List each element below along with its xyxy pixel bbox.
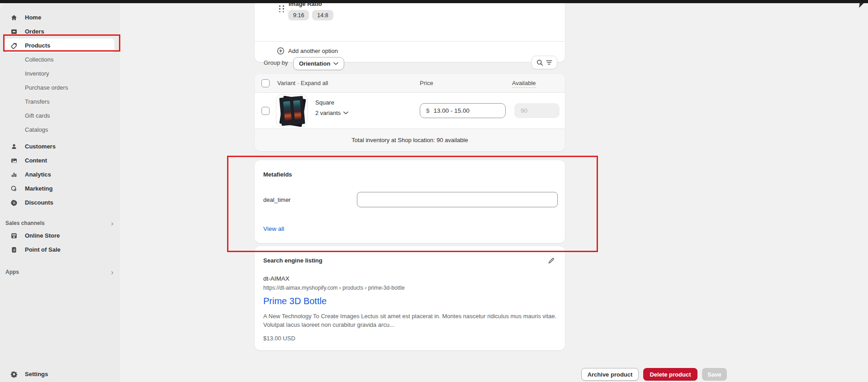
sidebar-item-customers[interactable]: Customers (5, 139, 114, 153)
chevron-right-icon[interactable]: › (111, 268, 114, 276)
orders-icon (10, 28, 18, 36)
sidebar-item-label: Point of Sale (25, 246, 61, 253)
metafield-value-input[interactable] (357, 192, 558, 207)
customers-icon (10, 143, 18, 151)
sidebar-item-marketing[interactable]: Marketing (5, 181, 114, 196)
variant-expand-toggle[interactable]: 2 variants (315, 110, 348, 116)
sidebar-item-label: Analytics (25, 171, 51, 178)
sidebar-item-label: Discounts (25, 199, 53, 206)
apps-label: Apps (5, 269, 19, 275)
variant-column-header[interactable]: Variant · Expand all (277, 80, 328, 86)
available-input[interactable]: 90 (514, 103, 560, 118)
variant-row: Square 2 variants $ 13.00 - 15.00 90 (255, 93, 565, 129)
price-input[interactable]: $ 13.00 - 15.00 (420, 103, 506, 118)
discounts-icon (10, 199, 18, 207)
seo-card-title: Search engine listing (263, 257, 323, 264)
analytics-icon (10, 171, 18, 179)
edit-seo-button[interactable] (545, 254, 558, 267)
inventory-summary: Total inventory at Shop location: 90 ava… (255, 129, 565, 151)
sidebar-item-label: Catalogs (25, 126, 48, 133)
sidebar-item-purchase-orders[interactable]: Purchase orders (5, 81, 114, 95)
option-value-chip[interactable]: 14:8 (312, 10, 333, 20)
group-by-label: Group by (264, 59, 288, 66)
variant-name: Square (315, 99, 334, 106)
plus-circle-icon (277, 47, 285, 55)
price-column-header: Price (420, 80, 433, 86)
metafields-card: Metafields deal_timer View all (255, 160, 565, 243)
seo-page-title: Prime 3D Bottle (263, 296, 327, 306)
tag-icon (10, 42, 18, 50)
variant-table-card: Variant · Expand all Price Available Squ… (255, 74, 565, 151)
sidebar-item-label: Products (25, 42, 50, 49)
option-value-chip[interactable]: 9:16 (288, 10, 309, 20)
sidebar-item-label: Purchase orders (25, 84, 68, 91)
sidebar-item-online-store[interactable]: Online Store (5, 229, 114, 243)
sidebar-item-label: Collections (25, 56, 54, 63)
sidebar-item-gift-cards[interactable]: Gift cards (5, 109, 114, 123)
sidebar-item-label: Orders (25, 28, 44, 35)
divider (255, 41, 565, 42)
search-icon (536, 59, 543, 66)
variant-checkbox[interactable] (261, 107, 270, 115)
chevron-down-icon (343, 111, 348, 115)
variant-toolbar: Group by Orientation (255, 56, 565, 71)
option-card: Image Ratio 9:16 14:8 Add another option (255, 0, 565, 62)
top-bar (0, 0, 868, 3)
chevron-right-icon[interactable]: › (111, 220, 114, 227)
sales-channels-header: Sales channels › (0, 218, 120, 229)
seo-card: Search engine listing dt-AIMAX https://d… (255, 246, 565, 350)
sidebar-item-label: Inventory (25, 70, 49, 77)
sidebar-item-collections[interactable]: Collections (5, 53, 114, 67)
select-all-checkbox[interactable] (261, 79, 270, 87)
pencil-icon (548, 257, 555, 264)
seo-site-name: dt-AIMAX (263, 275, 289, 282)
sales-channels-label: Sales channels (5, 220, 45, 226)
sidebar-item-label: Gift cards (25, 112, 50, 119)
sidebar-item-analytics[interactable]: Analytics (5, 167, 114, 181)
sidebar-item-point-of-sale[interactable]: $ Point of Sale (5, 243, 114, 257)
marketing-icon (10, 185, 18, 193)
pos-icon: $ (10, 246, 18, 254)
chevron-down-icon (333, 62, 338, 65)
storefront-icon (10, 232, 18, 240)
seo-price: $13.00 USD (263, 335, 295, 342)
sidebar-item-settings[interactable]: Settings (5, 367, 114, 381)
drag-handle-icon[interactable] (279, 5, 285, 13)
option-values: 9:16 14:8 (288, 10, 333, 20)
sidebar-item-discounts[interactable]: Discounts (5, 196, 114, 210)
sidebar-item-transfers[interactable]: Transfers (5, 95, 114, 109)
svg-text:$: $ (13, 248, 15, 252)
available-column-header: Available (512, 80, 536, 88)
metafields-title: Metafields (263, 171, 292, 178)
seo-breadcrumb-url: https://dt-aimax.myshopify.com › product… (263, 285, 405, 291)
add-another-option-button[interactable]: Add another option (277, 47, 338, 55)
archive-product-button[interactable]: Archive product (581, 368, 639, 381)
variant-thumbnail[interactable] (276, 94, 308, 127)
sidebar: Home Orders Products Collections Invento… (0, 3, 120, 382)
sidebar-item-orders[interactable]: Orders (5, 24, 114, 38)
group-by-dropdown[interactable]: Orientation (293, 57, 344, 70)
search-filter-button[interactable] (531, 56, 557, 69)
content-icon (10, 157, 18, 165)
apps-header: Apps › (0, 267, 120, 277)
add-another-option-label: Add another option (288, 48, 338, 54)
home-icon (10, 14, 18, 22)
sidebar-item-home[interactable]: Home (5, 10, 114, 24)
delete-product-button[interactable]: Delete product (643, 368, 697, 381)
sidebar-item-inventory[interactable]: Inventory (5, 67, 114, 81)
sidebar-item-products[interactable]: Products (5, 38, 114, 53)
cursor-artifact (859, 2, 864, 8)
sidebar-item-content[interactable]: Content (5, 153, 114, 167)
sidebar-item-catalogs[interactable]: Catalogs (5, 123, 114, 137)
sidebar-item-label: Online Store (25, 232, 60, 239)
view-all-link[interactable]: View all (263, 225, 284, 232)
available-value: 90 (521, 107, 527, 114)
group-by-value: Orientation (299, 60, 330, 67)
price-value: 13.00 - 15.00 (434, 107, 470, 114)
sidebar-item-label: Marketing (25, 185, 52, 192)
sidebar-item-label: Transfers (25, 98, 49, 105)
save-button[interactable]: Save (702, 368, 727, 381)
sidebar-item-label: Home (25, 14, 41, 21)
currency-prefix: $ (426, 107, 430, 114)
sidebar-item-label: Customers (25, 143, 56, 150)
